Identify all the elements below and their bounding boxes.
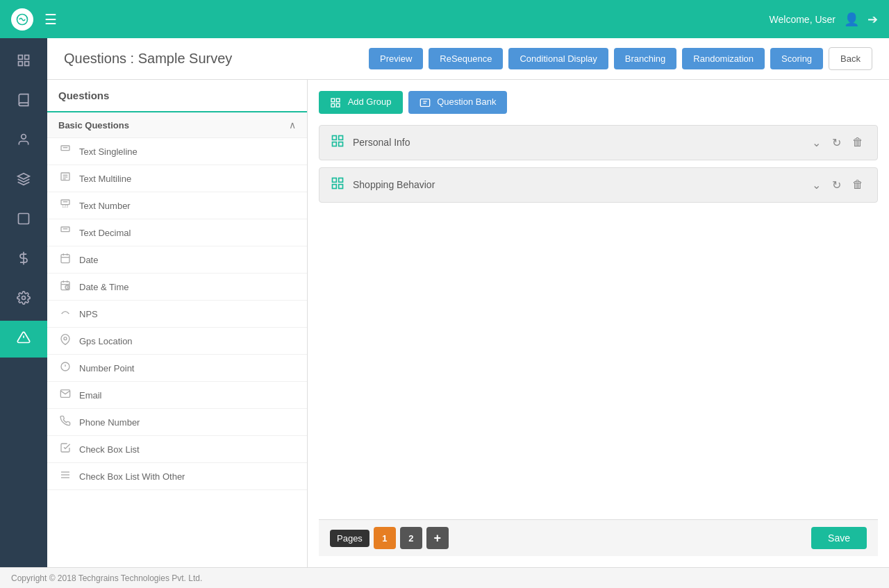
add-page-button[interactable]: + <box>426 527 449 549</box>
svg-rect-51 <box>333 184 337 188</box>
sidebar-item-billing[interactable] <box>0 242 47 278</box>
preview-button[interactable]: Preview <box>369 48 423 69</box>
sidebar-item-users[interactable] <box>0 123 47 160</box>
svg-rect-50 <box>339 178 343 182</box>
svg-rect-40 <box>336 99 340 102</box>
add-group-button[interactable]: Add Group <box>319 91 403 114</box>
group-refresh-button-shopping[interactable]: ↻ <box>829 177 844 193</box>
page-2-button[interactable]: 2 <box>400 527 422 549</box>
list-item[interactable]: Text Decimal <box>47 219 307 246</box>
list-item[interactable]: Text Multiline <box>47 165 307 192</box>
page-title: Questions : Sample Survey <box>64 51 232 67</box>
svg-rect-48 <box>339 142 343 146</box>
group-name-personal: Personal Info <box>353 137 801 148</box>
list-item[interactable]: NPS <box>47 301 307 328</box>
book-icon <box>17 93 31 110</box>
svg-rect-7 <box>19 214 29 224</box>
svg-rect-49 <box>333 178 337 182</box>
content-area: Questions : Sample Survey Preview ReSequ… <box>47 38 889 567</box>
app-logo <box>11 8 33 31</box>
hamburger-menu[interactable]: ☰ <box>44 11 57 28</box>
svg-rect-42 <box>336 103 340 107</box>
user-profile-button[interactable]: 👤 <box>844 12 859 27</box>
list-item[interactable]: Date & Time <box>47 274 307 301</box>
conditional-display-button[interactable]: Conditional Display <box>508 48 608 69</box>
sidebar-item-book[interactable] <box>0 83 47 120</box>
sidebar-item-alerts[interactable] <box>0 321 47 358</box>
collapse-icon: ∧ <box>289 119 296 131</box>
item-label: NPS <box>79 309 98 319</box>
group-expand-button[interactable]: ⌄ <box>809 135 824 151</box>
list-item[interactable]: Email <box>47 382 307 409</box>
svg-point-5 <box>22 135 26 140</box>
item-label: Check Box List <box>79 444 140 455</box>
list-item[interactable]: Number Point <box>47 355 307 382</box>
list-item[interactable]: Check Box List With Other <box>47 463 307 490</box>
item-label: Check Box List With Other <box>79 471 185 482</box>
email-icon <box>58 388 72 402</box>
back-button[interactable]: Back <box>829 47 872 70</box>
item-label: Date <box>79 255 98 265</box>
questions-panel: Questions Basic Questions ∧ Text Singlel… <box>47 80 308 567</box>
save-button[interactable]: Save <box>811 527 867 549</box>
layers-icon <box>17 172 31 190</box>
svg-rect-3 <box>19 62 23 66</box>
datetime-icon <box>58 280 72 294</box>
page-1-button[interactable]: 1 <box>374 527 396 549</box>
questions-panel-header: Questions <box>47 80 307 112</box>
group-delete-button[interactable]: 🗑 <box>849 135 866 151</box>
svg-rect-4 <box>25 62 29 66</box>
text-decimal-icon <box>58 226 72 240</box>
svg-rect-12 <box>61 146 69 151</box>
question-bank-button[interactable]: Question Bank <box>408 91 508 114</box>
sidebar-item-dashboard[interactable] <box>0 44 47 81</box>
sidebar-icons <box>0 38 47 567</box>
settings-icon <box>17 291 31 308</box>
group-refresh-button[interactable]: ↻ <box>829 135 844 151</box>
footer: Copyright © 2018 Techgrains Technologies… <box>0 567 889 588</box>
item-label: Phone Number <box>79 417 140 428</box>
item-label: Text Singleline <box>79 146 138 157</box>
svg-rect-45 <box>333 135 337 140</box>
date-icon <box>58 253 72 267</box>
basic-questions-title: Basic Questions <box>58 120 129 131</box>
group-delete-button-shopping[interactable]: 🗑 <box>849 177 866 193</box>
resequence-button[interactable]: ReSequence <box>429 48 503 69</box>
list-item[interactable]: Check Box List <box>47 436 307 463</box>
group-icon-shopping <box>331 176 344 194</box>
list-item[interactable]: Phone Number <box>47 409 307 436</box>
svg-rect-41 <box>331 103 335 107</box>
group-expand-button-shopping[interactable]: ⌄ <box>809 177 824 193</box>
branching-button[interactable]: Branching <box>614 48 677 69</box>
list-item[interactable]: 123 Text Number <box>47 192 307 219</box>
phone-icon <box>58 415 72 429</box>
sidebar-item-settings[interactable] <box>0 281 47 318</box>
text-singleline-icon <box>58 144 72 158</box>
item-label: Date & Time <box>79 282 129 292</box>
group-actions-shopping: ⌄ ↻ 🗑 <box>809 177 866 193</box>
list-item[interactable]: Text Singleline <box>47 138 307 165</box>
randomization-button[interactable]: Randomization <box>682 48 765 69</box>
dollar-icon <box>17 251 31 269</box>
group-actions: ⌄ ↻ 🗑 <box>809 135 866 151</box>
gps-icon <box>58 334 72 348</box>
file-icon <box>17 212 31 229</box>
group-name-shopping: Shopping Behavior <box>353 179 801 190</box>
svg-rect-46 <box>339 135 343 140</box>
list-item[interactable]: Gps Location <box>47 328 307 355</box>
svg-text:123: 123 <box>62 204 68 208</box>
survey-toolbar: Add Group Question Bank <box>319 91 878 114</box>
main-layout: Questions : Sample Survey Preview ReSequ… <box>0 38 889 567</box>
scoring-button[interactable]: Scoring <box>770 48 823 69</box>
sidebar-item-file[interactable] <box>0 202 47 239</box>
svg-rect-39 <box>331 99 335 102</box>
list-item[interactable]: Date <box>47 246 307 274</box>
text-number-icon: 123 <box>58 199 72 212</box>
sidebar-item-layers[interactable] <box>0 162 47 199</box>
inner-content: Questions Basic Questions ∧ Text Singlel… <box>47 80 889 567</box>
question-bank-icon <box>419 96 433 107</box>
footer-text: Copyright © 2018 Techgrains Technologies… <box>11 573 202 583</box>
logout-button[interactable]: ➔ <box>867 12 878 27</box>
basic-questions-header[interactable]: Basic Questions ∧ <box>47 112 307 138</box>
checkbox-other-icon <box>58 469 72 483</box>
